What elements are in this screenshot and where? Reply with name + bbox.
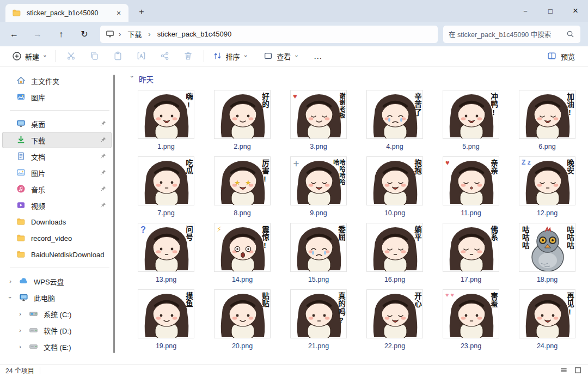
search-input[interactable]: 在 sticker_pack_b1c45090 中搜索 [443, 26, 580, 43]
sidebar-item-drive[interactable]: ›文档 (E:) [2, 338, 112, 355]
file-item[interactable]: 躺平16.png [357, 223, 433, 289]
expander-chevron-icon[interactable]: › [16, 327, 24, 333]
more-options-button[interactable]: … [308, 51, 328, 61]
paste-button[interactable] [107, 48, 129, 64]
videos-icon [16, 201, 26, 210]
sticker-caption: 贴贴 [261, 292, 268, 308]
breadcrumb[interactable]: › 下载 › sticker_pack_b1c45090 [100, 26, 438, 43]
up-button[interactable]: ↑ [52, 26, 70, 43]
rename-button[interactable] [131, 48, 152, 64]
view-icon [264, 51, 273, 61]
expander-chevron-icon[interactable]: › [7, 278, 14, 284]
sidebar-item-documents[interactable]: 文档 [2, 148, 112, 165]
refresh-button[interactable]: ↻ [75, 26, 94, 43]
sidebar-item-home[interactable]: 主文件夹 [2, 72, 112, 89]
cut-button[interactable] [60, 48, 82, 64]
sticker-thumbnail: 躺平 [366, 223, 423, 272]
sidebar-item-music[interactable]: 音乐 [2, 181, 112, 197]
sidebar-item-folder[interactable]: BaiduNetdiskDownload [2, 246, 112, 263]
file-item[interactable]: 摸鱼19.png [128, 289, 204, 356]
group-header[interactable]: › 昨天 [129, 74, 588, 84]
sidebar-scrollbar[interactable] [113, 75, 115, 353]
drive-icon [29, 342, 39, 351]
delete-button[interactable] [177, 48, 199, 64]
file-item[interactable]: 害羞♥ ♥23.png [433, 289, 509, 356]
sticker-caption: 再见! [566, 292, 573, 317]
computer-icon [19, 293, 29, 302]
file-item[interactable]: 问号?13.png [128, 223, 204, 289]
share-button[interactable] [154, 48, 176, 64]
breadcrumb-item-downloads[interactable]: 下载 [124, 27, 145, 41]
file-item[interactable]: 佛系17.png [433, 223, 509, 289]
sidebar-item-folder[interactable]: Downloads [2, 214, 112, 230]
view-button[interactable]: 查看 ∨ [259, 48, 303, 64]
chevron-down-icon: ∨ [294, 54, 298, 58]
sidebar-item-drive[interactable]: ›软件 (D:) [2, 322, 112, 338]
file-item[interactable]: 亲亲♥11.png [433, 156, 509, 223]
file-item[interactable]: 再见!24.png [509, 289, 585, 356]
tab-close-icon[interactable]: × [113, 8, 124, 19]
file-item[interactable]: 晚安Z z12.png [509, 156, 585, 223]
sticker-caption: 咕咕咕 [566, 226, 573, 250]
sticker-thumbnail: 委屈 [290, 223, 347, 272]
sparkle-decoration: ＋ [293, 159, 299, 168]
new-tab-button[interactable]: + [135, 6, 148, 19]
sidebar-item-videos[interactable]: 视频 [2, 197, 112, 214]
forward-button[interactable]: → [28, 26, 47, 43]
thumbnail-view-icon[interactable] [574, 366, 583, 375]
sleep-decoration: Z z [522, 159, 531, 166]
file-item[interactable]: 辛苦了4.png [357, 90, 433, 156]
sidebar-divider [10, 110, 109, 111]
toolbar-divider [204, 50, 204, 62]
toolbar-divider [56, 50, 56, 62]
preview-label[interactable]: 预览 [561, 51, 575, 62]
sidebar-item-pictures[interactable]: 图片 [2, 165, 112, 181]
file-item[interactable]: 咕咕咕咕咕咕18.png [509, 223, 585, 289]
file-item[interactable]: 好的2.png [204, 90, 280, 156]
sidebar-item-folder[interactable]: record_video [2, 230, 112, 246]
file-item[interactable]: 震惊!⚡14.png [204, 223, 280, 289]
sidebar-item-computer[interactable]: ›此电脑 [2, 289, 112, 306]
sort-button[interactable]: 排序 ∨ [209, 48, 252, 64]
chevron-collapse-icon[interactable]: › [129, 76, 136, 82]
close-button[interactable]: × [563, 0, 588, 22]
file-item[interactable]: 委屈15.png [280, 223, 357, 289]
file-item[interactable]: 真的吗?21.png [280, 289, 357, 356]
expander-chevron-icon[interactable]: › [16, 343, 24, 350]
sidebar-item-label: 图片 [31, 168, 95, 178]
file-item[interactable]: 冲鸭!5.png [433, 90, 509, 156]
file-item[interactable]: 哈哈哈哈哈＋9.png [280, 156, 357, 223]
sidebar-item-desktop[interactable]: 桌面 [2, 116, 112, 132]
sidebar-item-downloads[interactable]: 下载 [2, 132, 112, 148]
status-divider [40, 367, 40, 374]
file-item[interactable]: 嗨!1.png [128, 90, 204, 156]
sidebar-item-gallery[interactable]: 图库 [2, 89, 112, 105]
list-view-icon[interactable] [560, 366, 568, 375]
sticker-caption: 摸鱼 [185, 292, 192, 308]
folder-icon [16, 250, 26, 259]
file-item[interactable]: 抱抱10.png [357, 156, 433, 223]
file-name: 11.png [461, 209, 481, 217]
file-item[interactable]: 贴贴20.png [204, 289, 280, 356]
sticker-caption: 开心 [413, 292, 421, 308]
file-item[interactable]: 吃瓜7.png [128, 156, 204, 223]
maximize-button[interactable]: □ [538, 0, 563, 22]
hearts-decoration: ♥ ♥ [445, 292, 454, 298]
file-name: 22.png [384, 342, 405, 350]
new-button[interactable]: 新建 ∨ [8, 48, 51, 64]
sidebar-item-cloud[interactable]: ›WPS云盘 [2, 273, 112, 289]
rename-icon [137, 51, 146, 61]
breadcrumb-item-current[interactable]: sticker_pack_b1c45090 [154, 28, 235, 40]
expander-chevron-icon[interactable]: › [7, 294, 14, 301]
copy-button[interactable] [84, 48, 106, 64]
sticker-thumbnail: 哈哈哈哈哈＋ [290, 156, 347, 205]
sidebar-item-drive-c[interactable]: ›系统 (C:) [2, 306, 112, 322]
minimize-button[interactable]: − [513, 0, 538, 22]
file-item[interactable]: 开心22.png [357, 289, 433, 356]
file-item[interactable]: ★★ 厉害!8.png [204, 156, 280, 223]
file-item[interactable]: 加油!6.png [509, 90, 585, 156]
expander-chevron-icon[interactable]: › [16, 311, 24, 317]
back-button[interactable]: ← [5, 26, 23, 43]
file-item[interactable]: 谢谢老板♥3.png [280, 90, 357, 156]
explorer-tab[interactable]: sticker_pack_b1c45090 × [5, 4, 128, 22]
